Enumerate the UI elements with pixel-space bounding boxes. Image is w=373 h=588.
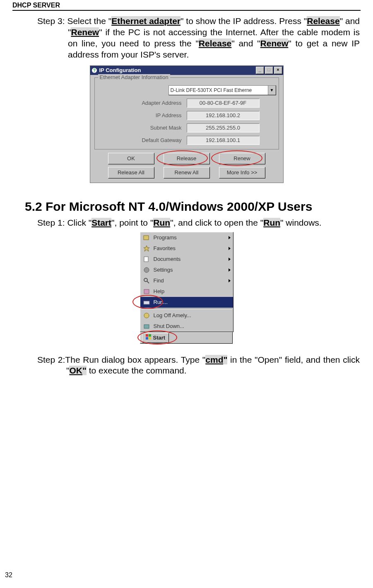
start-hl: Start bbox=[91, 218, 111, 227]
menu-run[interactable]: Run... bbox=[140, 297, 233, 308]
step2-t1: Step 2:The Run dialog box appears. Type … bbox=[37, 355, 205, 364]
step1-t3: ", and click to open the " bbox=[170, 218, 263, 227]
run-hl-2: Run bbox=[263, 218, 280, 227]
step2-t3: to execute the command. bbox=[87, 366, 187, 375]
programs-icon bbox=[143, 234, 150, 241]
svg-rect-4 bbox=[144, 257, 148, 262]
documents-icon bbox=[143, 255, 150, 263]
step1-t1: Step 1: Click " bbox=[37, 218, 91, 227]
menu-label-settings: Settings bbox=[154, 267, 173, 273]
svg-point-5 bbox=[144, 267, 149, 272]
menu-logoff[interactable]: Log Off Amely... bbox=[140, 310, 233, 321]
ipconfig-app-icon: ? bbox=[91, 67, 98, 74]
chevron-right-icon bbox=[229, 279, 231, 282]
svg-rect-8 bbox=[144, 289, 149, 294]
svg-point-10 bbox=[144, 313, 149, 318]
chevron-right-icon bbox=[229, 247, 231, 250]
find-icon bbox=[143, 277, 150, 284]
svg-rect-2 bbox=[144, 236, 149, 240]
chevron-right-icon bbox=[229, 236, 231, 239]
adapter-select[interactable]: D-Link DFE-530TX PCI Fast Etherne ▼ bbox=[168, 85, 276, 95]
renew-all-button[interactable]: Renew All bbox=[164, 167, 210, 178]
adapter-groupbox: Ethernet Adapter Information D-Link DFE-… bbox=[94, 77, 279, 149]
menu-favorites[interactable]: Favorites bbox=[140, 243, 233, 254]
svg-point-6 bbox=[144, 278, 147, 282]
step2-paragraph: Step 2:The Run dialog box appears. Type … bbox=[37, 354, 360, 377]
shutdown-icon bbox=[143, 323, 150, 330]
run-hl-1: Run bbox=[153, 218, 170, 227]
row-adapter-address: Adapter Address 00-80-C8-EF-67-9F bbox=[99, 99, 274, 108]
ethernet-adapter-hl: Ethernet adapter bbox=[111, 16, 180, 26]
ipconfig-window: ? IP Configuration _ □ × Ethernet Adapte… bbox=[90, 65, 284, 183]
menu-label-programs: Programs bbox=[154, 234, 177, 241]
ok-button[interactable]: OK bbox=[108, 153, 154, 164]
value-default-gateway: 192.168.100.1 bbox=[187, 136, 260, 145]
svg-marker-3 bbox=[144, 246, 149, 251]
step3-t1: Select the " bbox=[67, 16, 111, 26]
section-5-2-title: 5.2 For Microsoft NT 4.0/Windows 2000/XP… bbox=[25, 200, 361, 214]
svg-rect-15 bbox=[149, 337, 151, 340]
start-button-label: Start bbox=[153, 335, 166, 341]
release-all-button[interactable]: Release All bbox=[108, 167, 154, 178]
menu-documents[interactable]: Documents bbox=[140, 254, 233, 265]
start-button[interactable]: Start bbox=[142, 333, 169, 343]
menu-label-documents: Documents bbox=[154, 256, 181, 262]
svg-text:?: ? bbox=[93, 68, 95, 73]
menu-label-find: Find bbox=[154, 277, 164, 284]
ok-hl: OK bbox=[69, 366, 82, 375]
value-subnet-mask: 255.255.255.0 bbox=[187, 123, 260, 133]
taskbar: Start bbox=[140, 332, 233, 344]
svg-rect-14 bbox=[146, 337, 148, 340]
menu-divider bbox=[141, 308, 232, 309]
cmd-quote: " bbox=[223, 355, 227, 364]
menu-label-favorites: Favorites bbox=[154, 245, 176, 251]
cmd-hl: cmd bbox=[205, 355, 223, 364]
logoff-icon bbox=[143, 312, 150, 319]
svg-line-7 bbox=[147, 281, 149, 283]
ipconfig-title: IP Configuration bbox=[99, 67, 255, 73]
release-hl-2: Release bbox=[199, 39, 231, 48]
maximize-button[interactable]: □ bbox=[265, 67, 273, 74]
favorites-icon bbox=[143, 245, 150, 252]
svg-rect-9 bbox=[144, 301, 149, 304]
close-button[interactable]: × bbox=[274, 67, 282, 74]
more-info-button[interactable]: More Info >> bbox=[219, 167, 265, 178]
chevron-right-icon bbox=[229, 258, 231, 261]
header-title: DHCP SERVER bbox=[12, 2, 361, 9]
release-hl-1: Release bbox=[307, 16, 339, 26]
run-icon bbox=[143, 299, 150, 306]
settings-icon bbox=[143, 266, 150, 274]
chevron-down-icon[interactable]: ▼ bbox=[268, 86, 276, 95]
renew-hl-1: Renew bbox=[71, 27, 99, 37]
renew-hl-2: Renew bbox=[260, 39, 289, 48]
menu-shutdown[interactable]: Shut Down... bbox=[140, 321, 233, 332]
step1-paragraph: Step 1: Click "Start", point to "Run", a… bbox=[37, 218, 361, 228]
step3-label: Step 3: bbox=[37, 16, 67, 26]
svg-rect-11 bbox=[144, 325, 149, 328]
renew-button[interactable]: Renew bbox=[219, 153, 265, 164]
minimize-button[interactable]: _ bbox=[256, 67, 264, 74]
step3-t2: " to show the IP address. Press " bbox=[180, 16, 307, 26]
row-default-gateway: Default Gateway 192.168.100.1 bbox=[99, 136, 274, 145]
menu-label-run: Run... bbox=[154, 299, 168, 305]
svg-rect-12 bbox=[146, 334, 148, 337]
release-button[interactable]: Release bbox=[164, 153, 210, 164]
row-ip-address: IP Address 192.168.100.2 bbox=[99, 111, 274, 120]
step1-t2: ", point to " bbox=[111, 218, 153, 227]
header-rule bbox=[12, 10, 361, 11]
label-adapter-address: Adapter Address bbox=[99, 100, 187, 106]
label-default-gateway: Default Gateway bbox=[99, 137, 187, 143]
svg-rect-13 bbox=[149, 334, 151, 337]
menu-label-logoff: Log Off Amely... bbox=[154, 312, 191, 318]
ipconfig-titlebar: ? IP Configuration _ □ × bbox=[90, 66, 283, 75]
menu-settings[interactable]: Settings bbox=[140, 265, 233, 275]
menu-programs[interactable]: Programs bbox=[140, 232, 233, 243]
step1-t4: " windows. bbox=[280, 218, 322, 227]
adapter-select-value: D-Link DFE-530TX PCI Fast Etherne bbox=[169, 87, 268, 93]
ok-quote: " bbox=[82, 366, 87, 375]
groupbox-label: Ethernet Adapter Information bbox=[98, 74, 170, 80]
menu-help[interactable]: Help bbox=[140, 286, 233, 297]
value-ip-address: 192.168.100.2 bbox=[187, 111, 260, 120]
label-ip-address: IP Address bbox=[99, 112, 187, 118]
menu-find[interactable]: Find bbox=[140, 275, 233, 286]
